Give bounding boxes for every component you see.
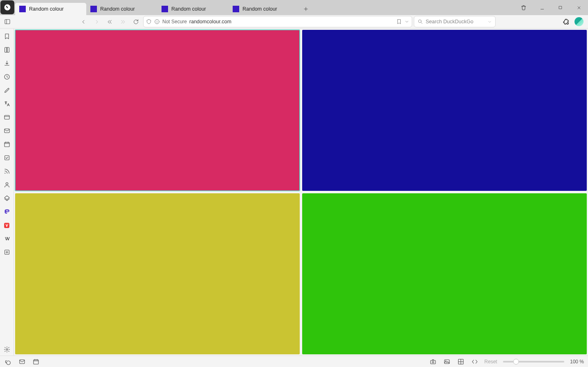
add-panel-button[interactable] bbox=[1, 246, 13, 258]
tab-title: Random colour bbox=[171, 6, 206, 12]
svg-rect-7 bbox=[4, 142, 9, 147]
rewind-button[interactable] bbox=[104, 16, 115, 27]
calendar-status-icon[interactable] bbox=[32, 358, 40, 366]
reading-list-panel-icon[interactable] bbox=[1, 44, 13, 56]
svg-rect-16 bbox=[431, 360, 435, 364]
svg-rect-15 bbox=[34, 360, 38, 364]
wikipedia-panel-icon[interactable] bbox=[1, 233, 13, 245]
tab-favicon bbox=[233, 6, 239, 12]
svg-rect-0 bbox=[559, 6, 561, 9]
reload-button[interactable] bbox=[130, 16, 141, 27]
close-window-button[interactable] bbox=[570, 0, 588, 15]
svg-rect-18 bbox=[444, 360, 449, 363]
downloads-panel-icon[interactable] bbox=[1, 57, 13, 69]
svg-rect-5 bbox=[4, 115, 9, 119]
tab-title: Random colour bbox=[100, 6, 135, 12]
contacts-panel-icon[interactable] bbox=[1, 179, 13, 191]
profile-button[interactable] bbox=[573, 16, 585, 27]
webview-tile[interactable] bbox=[302, 30, 587, 191]
new-tab-button[interactable] bbox=[300, 3, 312, 15]
address-bar: Not Secure randomcolour.com Search DuckD… bbox=[0, 15, 588, 29]
svg-rect-14 bbox=[20, 360, 25, 363]
sessions-panel-icon[interactable] bbox=[1, 192, 13, 204]
url-text: randomcolour.com bbox=[189, 19, 394, 25]
svg-point-10 bbox=[6, 183, 8, 185]
svg-rect-6 bbox=[4, 129, 9, 132]
titlebar: Random colour Random colour Random colou… bbox=[0, 0, 588, 15]
webview-tile[interactable] bbox=[15, 30, 300, 191]
zoom-slider-thumb[interactable] bbox=[513, 359, 519, 365]
tab-favicon bbox=[90, 6, 97, 12]
translate-panel-icon[interactable] bbox=[1, 98, 13, 110]
chevron-down-icon[interactable] bbox=[404, 19, 409, 24]
page-tiling-button[interactable] bbox=[457, 358, 465, 366]
bookmark-icon[interactable] bbox=[396, 19, 402, 25]
svg-point-19 bbox=[445, 360, 446, 361]
trash-closed-tabs-button[interactable] bbox=[514, 0, 533, 15]
mastodon-panel-icon[interactable] bbox=[1, 206, 13, 218]
window-panel-icon[interactable] bbox=[1, 111, 13, 123]
zoom-reset-button[interactable]: Reset bbox=[485, 359, 497, 365]
webview-tile[interactable] bbox=[302, 193, 587, 354]
toggle-images-button[interactable] bbox=[443, 358, 451, 366]
tasks-panel-icon[interactable] bbox=[1, 152, 13, 164]
sync-status-icon[interactable] bbox=[4, 358, 12, 366]
chevron-down-icon[interactable] bbox=[487, 20, 492, 24]
window-controls bbox=[514, 0, 588, 15]
browser-tab[interactable]: Random colour bbox=[86, 3, 157, 15]
tab-favicon bbox=[162, 6, 168, 12]
security-status-label: Not Secure bbox=[162, 19, 187, 25]
tab-favicon bbox=[19, 6, 26, 12]
zoom-slider[interactable] bbox=[503, 361, 564, 363]
browser-tab[interactable]: Random colour bbox=[15, 3, 86, 15]
mail-status-icon[interactable] bbox=[18, 358, 26, 366]
svg-point-9 bbox=[4, 173, 5, 174]
panel-toggle-button[interactable] bbox=[2, 16, 13, 27]
webview-tile[interactable] bbox=[15, 193, 300, 354]
browser-tab[interactable]: Random colour bbox=[157, 3, 229, 15]
zoom-level-label: 100 % bbox=[570, 359, 584, 365]
settings-panel-icon[interactable] bbox=[1, 343, 13, 356]
extensions-button[interactable] bbox=[560, 16, 572, 27]
notes-panel-icon[interactable] bbox=[1, 84, 13, 96]
shield-icon bbox=[146, 19, 152, 25]
search-engine-icon bbox=[417, 19, 423, 25]
svg-rect-8 bbox=[4, 156, 9, 160]
bookmarks-panel-icon[interactable] bbox=[1, 30, 13, 43]
back-button[interactable] bbox=[78, 16, 89, 27]
toggle-devtools-button[interactable] bbox=[471, 358, 479, 366]
tab-strip: Random colour Random colour Random colou… bbox=[14, 0, 514, 15]
mail-panel-icon[interactable] bbox=[1, 125, 13, 137]
status-bar: Reset 100 % bbox=[0, 356, 588, 367]
info-icon[interactable] bbox=[154, 19, 160, 25]
search-field[interactable]: Search DuckDuckGo bbox=[414, 16, 496, 27]
tab-title: Random colour bbox=[29, 6, 64, 12]
search-placeholder: Search DuckDuckGo bbox=[426, 19, 485, 25]
capture-page-button[interactable] bbox=[429, 358, 437, 366]
calendar-panel-icon[interactable] bbox=[1, 138, 13, 150]
side-panel bbox=[0, 29, 14, 356]
vivaldi-menu-button[interactable] bbox=[0, 0, 14, 14]
tiled-webview-area bbox=[14, 29, 588, 356]
feeds-panel-icon[interactable] bbox=[1, 165, 13, 177]
maximize-button[interactable] bbox=[551, 0, 570, 15]
forward-button[interactable] bbox=[91, 16, 102, 27]
avatar bbox=[575, 17, 584, 26]
browser-tab[interactable]: Random colour bbox=[229, 3, 300, 15]
svg-rect-1 bbox=[5, 20, 10, 24]
vivaldi-social-panel-icon[interactable] bbox=[1, 219, 13, 231]
history-panel-icon[interactable] bbox=[1, 71, 13, 83]
fast-forward-button[interactable] bbox=[117, 16, 128, 27]
minimize-button[interactable] bbox=[533, 0, 551, 15]
svg-point-13 bbox=[6, 349, 8, 350]
url-field[interactable]: Not Secure randomcolour.com bbox=[143, 16, 412, 27]
tab-title: Random colour bbox=[242, 6, 277, 12]
svg-point-17 bbox=[432, 361, 434, 363]
